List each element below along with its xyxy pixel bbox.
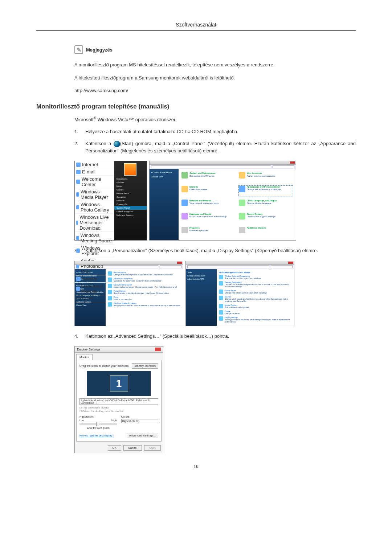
pers-item[interactable]: ThemeChange the theme. <box>219 310 292 315</box>
side-item[interactable]: Tasks <box>187 271 215 274</box>
appearance-item[interactable]: Windows Sidebar PropertiesAdd gadgets to… <box>108 302 181 307</box>
cat-sub: Add or remove user accounts <box>247 175 275 177</box>
item-icon <box>219 290 223 294</box>
cp-cat-appearance[interactable]: Appearance and PersonalizationChange the… <box>239 186 293 197</box>
slider-thumb[interactable] <box>96 422 99 426</box>
appearance-item[interactable]: Ease of Access CenterAccommodate low vis… <box>108 284 181 288</box>
appearance-item[interactable]: Folder OptionsSpecify single- or double-… <box>108 290 181 294</box>
sm-right-item[interactable]: Documents <box>114 177 147 181</box>
appearance-item[interactable]: Taskbar and Start MenuCustomize the Star… <box>108 278 181 282</box>
main-monitor-checkbox[interactable]: ☐ This is my main monitor <box>79 406 158 409</box>
identify-monitors-button[interactable]: Identify Monitors <box>132 363 158 369</box>
address-bar <box>186 265 294 269</box>
appearance-main: PersonalizationChange desktop background… <box>106 269 183 326</box>
sm-item[interactable]: Welcome Center <box>75 176 114 188</box>
sm-right-item[interactable]: Network <box>114 199 147 202</box>
os-post: Windows Vista™' operációs rendszer <box>96 117 175 122</box>
search-input[interactable] <box>271 265 293 268</box>
search-input[interactable] <box>273 165 294 168</box>
side-item[interactable]: Change desktop icons <box>187 275 215 277</box>
sm-item[interactable]: Windows Photo Gallery <box>75 201 114 214</box>
colors-dropdown[interactable]: Highest (32 bit) <box>121 419 159 423</box>
sm-item[interactable]: Command Prompt <box>75 283 114 295</box>
appearance-item[interactable]: PersonalizationChange desktop background… <box>108 271 181 276</box>
sm-item[interactable]: Windows Live Messenger Download <box>75 214 114 232</box>
sm-right-item[interactable]: Games <box>114 188 147 192</box>
cp-cat-users[interactable]: User AccountsAdd or remove user accounts <box>239 172 293 183</box>
cp-cat-programs[interactable]: ProgramsUninstall a program <box>181 227 236 238</box>
pers-item[interactable]: Mouse PointersPick a different mouse poi… <box>219 304 292 308</box>
start-search-input[interactable] <box>75 302 114 302</box>
close-icon[interactable] <box>155 348 161 351</box>
cat-sub: Change display language <box>247 202 277 205</box>
cp-cat-clock[interactable]: Clock, Language, and RegionChange displa… <box>239 200 293 210</box>
extend-desktop-checkbox[interactable]: ☐ Extend the desktop onto this monitor <box>79 410 158 413</box>
close-icon[interactable] <box>288 262 293 264</box>
cat-title: Network and Internet <box>189 200 219 202</box>
monitor-number: 1 <box>110 376 128 391</box>
step-1-text: Helyezze a használati útmutatót tartalma… <box>85 128 238 135</box>
item-icon <box>108 302 112 307</box>
sm-item[interactable]: Sandra <box>75 275 114 283</box>
pers-item[interactable]: Screen SaverChange your screen saver or … <box>219 290 292 294</box>
cp-side-classic[interactable]: Classic View <box>151 176 163 178</box>
header-rule <box>36 30 356 31</box>
cat-sub: View network status and tasks <box>189 202 219 205</box>
sm-item[interactable]: E-mail <box>75 168 114 176</box>
sm-item[interactable]: Adobe Photoshop CS2 <box>75 257 114 275</box>
sm-item-label: Windows Photo Gallery <box>81 202 113 213</box>
appearance-item[interactable]: FontsInstall or remove a font <box>108 296 181 300</box>
sm-item[interactable]: Internet <box>75 161 114 168</box>
ok-button[interactable]: OK <box>108 445 122 451</box>
close-icon[interactable] <box>290 161 295 164</box>
cat-title: Hardware and Sound <box>189 213 226 216</box>
cat-sub: Get started with Windows <box>189 175 216 177</box>
pers-item[interactable]: Display SettingsAdjust your monitor reso… <box>219 316 292 323</box>
side-item[interactable]: Adjust font size (DPI) <box>187 278 215 280</box>
monitor-preview[interactable]: 1 <box>87 371 151 396</box>
apply-button[interactable]: Apply <box>144 445 161 451</box>
sm-right-item[interactable]: Connect To <box>114 202 147 206</box>
help-link[interactable]: How do I get the best display? <box>79 434 114 437</box>
side-item[interactable]: Classic View <box>76 304 104 307</box>
all-programs[interactable]: ▸ All Programs <box>75 295 114 301</box>
step-4: 4. Kattintson az „Advanced Settings…" (S… <box>74 333 356 340</box>
advanced-settings-button[interactable]: Advanced Settings... <box>127 433 158 438</box>
pers-item[interactable]: Window Color and AppearanceFine tune the… <box>219 275 292 279</box>
pers-item[interactable]: SoundsChange which sounds are heard when… <box>219 296 292 302</box>
cp-cat-ease[interactable]: Ease of AccessLet Windows suggest settin… <box>239 213 293 224</box>
cp-side-home[interactable]: Control Panel Home <box>152 171 172 173</box>
cp-cat-network[interactable]: Network and InternetView network status … <box>181 200 236 210</box>
cp-cat-system[interactable]: System and MaintenanceGet started with W… <box>181 172 236 183</box>
pers-title: Personalize appearance and sounds <box>219 271 292 274</box>
cp-cat-additional[interactable]: Additional Options <box>239 227 293 238</box>
sm-right-item[interactable]: Default Programs <box>114 210 147 213</box>
sm-item[interactable]: Windows Meeting Space <box>75 232 114 245</box>
sm-item[interactable]: Windows Media Player <box>75 188 114 201</box>
cp-cat-hardware[interactable]: Hardware and SoundPlay CDs or other medi… <box>181 213 236 224</box>
category-icon <box>239 213 245 219</box>
breadcrumb-path[interactable] <box>187 265 269 268</box>
breadcrumb-path[interactable] <box>151 165 271 168</box>
sm-right-item[interactable]: Music <box>114 184 147 188</box>
cat-title: Programs <box>189 227 208 229</box>
step-1: 1. Helyezze a használati útmutatót tarta… <box>74 128 356 135</box>
sm-item[interactable]: Windows Explorer <box>75 245 114 257</box>
cp-cat-security[interactable]: SecurityCheck for updates <box>181 186 236 197</box>
search-input[interactable] <box>160 265 181 268</box>
cp-sidebar: • Control Panel Home Classic View <box>150 169 179 240</box>
sm-right-item-controlpanel[interactable]: Control Panel <box>114 206 147 210</box>
sm-right-item[interactable]: Recent Items <box>114 192 147 195</box>
sm-right-item[interactable]: Help and Support <box>114 213 147 217</box>
monitor-dropdown[interactable]: 1. (Multiple Monitors) on NVIDIA GeForce… <box>79 398 158 405</box>
titlebar <box>150 161 296 165</box>
resolution-slider[interactable] <box>79 423 117 425</box>
cancel-button[interactable]: Cancel <box>123 445 142 451</box>
sm-right-item[interactable]: Pictures <box>114 181 147 184</box>
pers-item[interactable]: Desktop BackgroundChoose from available … <box>219 281 292 288</box>
tab-monitor[interactable]: Monitor <box>76 354 93 360</box>
sm-item-label: Internet <box>82 162 98 167</box>
close-icon[interactable] <box>177 262 182 264</box>
cat-title: Ease of Access <box>247 213 275 216</box>
sm-right-item[interactable]: Computer <box>114 195 147 199</box>
